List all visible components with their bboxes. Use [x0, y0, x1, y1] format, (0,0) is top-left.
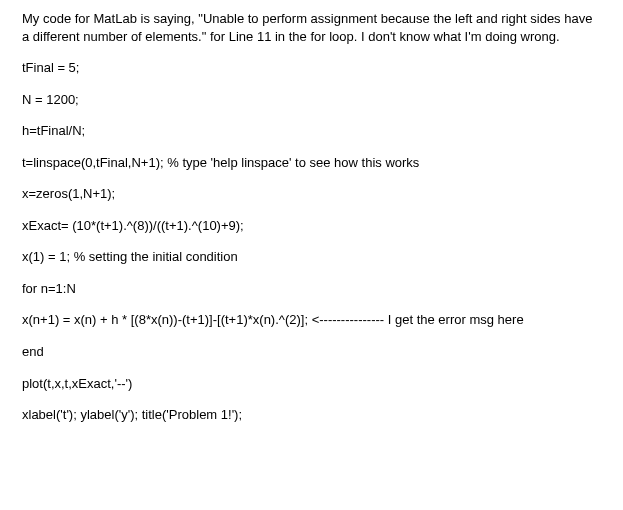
code-line: N = 1200;: [22, 91, 601, 109]
code-line: for n=1:N: [22, 280, 601, 298]
code-line: x(n+1) = x(n) + h * [(8*x(n))-(t+1)]-[(t…: [22, 311, 601, 329]
code-block: tFinal = 5; N = 1200; h=tFinal/N; t=lins…: [22, 59, 601, 424]
code-line: xlabel('t'); ylabel('y'); title('Problem…: [22, 406, 601, 424]
code-line: tFinal = 5;: [22, 59, 601, 77]
code-line: t=linspace(0,tFinal,N+1); % type 'help l…: [22, 154, 601, 172]
code-line: x(1) = 1; % setting the initial conditio…: [22, 248, 601, 266]
code-line: x=zeros(1,N+1);: [22, 185, 601, 203]
code-line: h=tFinal/N;: [22, 122, 601, 140]
question-intro: My code for MatLab is saying, "Unable to…: [22, 10, 601, 45]
code-line: xExact= (10*(t+1).^(8))/((t+1).^(10)+9);: [22, 217, 601, 235]
code-line: end: [22, 343, 601, 361]
code-line: plot(t,x,t,xExact,'--'): [22, 375, 601, 393]
